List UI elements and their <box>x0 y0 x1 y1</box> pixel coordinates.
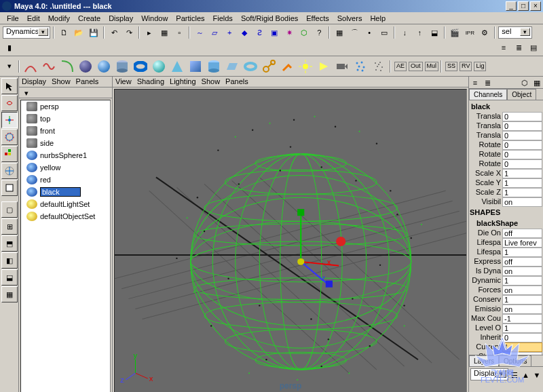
channel-value[interactable]: off <box>502 257 542 267</box>
quicktab-rv[interactable]: RV <box>460 62 472 71</box>
last-tool[interactable] <box>1 180 18 196</box>
mask-dyn-icon[interactable]: ✷ <box>282 26 296 39</box>
shelf-sphere-blue[interactable] <box>95 58 113 75</box>
mask-poly-icon[interactable]: + <box>223 26 236 39</box>
view-menu-panels[interactable]: Panels <box>225 77 248 86</box>
channel-value[interactable]: on <box>502 267 542 276</box>
layout-custom[interactable]: ▦ <box>1 286 18 302</box>
shelf-ik[interactable] <box>278 58 296 75</box>
channel-row[interactable]: Level O1 <box>470 324 542 333</box>
channel-row[interactable]: Die Onoff <box>470 229 542 238</box>
shelf-tab-icon[interactable]: ▾ <box>3 60 16 73</box>
menu-modify[interactable]: Modify <box>44 14 74 22</box>
channel-row[interactable]: Emissioon <box>470 305 542 314</box>
quicktab-ss[interactable]: SS <box>445 62 457 71</box>
shelf-cylinder[interactable] <box>113 58 131 75</box>
mask-plane-icon[interactable]: ◆ <box>238 26 251 39</box>
mask-render-icon[interactable]: ⬡ <box>297 26 311 39</box>
shelf-sphere-dark[interactable] <box>77 58 94 75</box>
shelf-emitter-1[interactable] <box>352 58 369 75</box>
menu-file[interactable]: File <box>3 14 23 22</box>
menu-edit[interactable]: Edit <box>23 14 44 22</box>
mask-curve-icon[interactable]: ～ <box>193 26 206 39</box>
ch-btn-1[interactable]: ≡ <box>470 77 481 88</box>
layout-four[interactable]: ⊞ <box>1 218 18 235</box>
channel-row[interactable]: Scale Z1 <box>470 188 542 197</box>
channel-row[interactable]: Scale X1 <box>470 169 542 178</box>
channel-value[interactable]: 1 <box>502 178 542 188</box>
channel-value[interactable]: on <box>502 197 542 207</box>
ipr-icon[interactable]: IPR <box>463 26 476 39</box>
channel-value[interactable]: 0 <box>502 121 542 131</box>
layout-two-v[interactable]: ◧ <box>1 252 18 269</box>
mask-misc-icon[interactable]: ? <box>312 26 326 39</box>
maximize-button[interactable]: □ <box>518 1 529 11</box>
channel-value[interactable]: 0 <box>502 159 542 169</box>
new-scene-icon[interactable]: 🗋 <box>57 26 71 39</box>
channel-value[interactable]: 0 <box>502 131 542 140</box>
snap-curve-icon[interactable]: ⌒ <box>348 26 361 39</box>
outliner-item-front[interactable]: front <box>21 125 110 137</box>
shelf-camera[interactable] <box>333 58 351 75</box>
mask-deform-icon[interactable]: Ƨ <box>252 26 266 39</box>
close-button[interactable]: × <box>530 1 541 11</box>
tab-channels[interactable]: Channels <box>469 89 507 100</box>
channel-row[interactable]: Rotate 0 <box>470 150 542 159</box>
channel-row[interactable]: Transla0 <box>470 121 542 131</box>
outliner-item-nurbsSphere1[interactable]: nurbsSphere1 <box>21 149 110 161</box>
open-scene-icon[interactable]: 📂 <box>72 26 86 39</box>
outliner-filter-icon[interactable]: ▾ <box>22 88 31 98</box>
scale-tool[interactable] <box>1 146 18 162</box>
outliner-item-defaultLightSet[interactable]: defaultLightSet <box>21 198 110 210</box>
outliner-menu-show[interactable]: Show <box>52 77 71 86</box>
outliner-item-top[interactable]: top <box>21 113 110 125</box>
channel-value[interactable]: 1 <box>502 248 542 257</box>
layout-single[interactable]: ▢ <box>1 201 18 218</box>
channel-row[interactable]: Lifespa1 <box>470 248 542 257</box>
shelf-cone[interactable] <box>168 58 186 75</box>
shelf-joint[interactable] <box>260 58 278 75</box>
outliner-tree[interactable]: persptopfrontsidenurbsSphere1yellowredde… <box>20 100 111 392</box>
view-menu-shading[interactable]: Shading <box>137 77 164 86</box>
view-menu-view[interactable]: View <box>115 77 132 86</box>
menu-window[interactable]: Window <box>137 14 172 22</box>
channel-value[interactable]: 1 <box>502 324 542 333</box>
shelf-emitter-2[interactable] <box>370 58 388 75</box>
menu-create[interactable]: Create <box>74 14 105 22</box>
construction-icon[interactable]: ⬓ <box>428 26 441 39</box>
select-obj-icon[interactable]: ▦ <box>157 26 171 39</box>
channel-value[interactable]: -1 <box>502 314 542 324</box>
history-out-icon[interactable]: ↑ <box>413 26 426 39</box>
channel-row[interactable]: Transla0 <box>470 112 542 121</box>
render-icon[interactable]: 🎬 <box>448 26 462 39</box>
shelf-light-point[interactable] <box>297 58 314 75</box>
channel-list[interactable]: blackTransla0Transla0Transla0Rotate 0Rot… <box>469 100 543 355</box>
outliner-item-red[interactable]: red <box>21 174 110 186</box>
channel-value[interactable]: 1 <box>502 295 542 305</box>
channel-row[interactable]: Scale Y1 <box>470 178 542 188</box>
mode-dropdown[interactable]: Dynamics <box>3 26 50 39</box>
channel-row[interactable]: Forces on <box>470 286 542 295</box>
shelf-light-spot[interactable] <box>315 58 333 75</box>
channel-row[interactable]: Expressoff <box>470 257 542 267</box>
channel-value[interactable]: 0 <box>502 333 542 342</box>
quicktab-out[interactable]: Out <box>409 62 423 71</box>
menu-solvers[interactable]: Solvers <box>333 14 367 22</box>
channel-row[interactable]: Inherit0 <box>470 333 542 342</box>
quick-input-icon[interactable]: ▮ <box>3 41 16 54</box>
outliner-item-persp[interactable]: persp <box>21 100 110 113</box>
channel-value[interactable]: 1 <box>502 276 542 286</box>
menu-softrigid[interactable]: Soft/Rigid Bodies <box>237 14 302 22</box>
undo-icon[interactable]: ↶ <box>107 26 121 39</box>
quick-select-dropdown[interactable]: sel <box>498 26 532 39</box>
rotate-tool[interactable] <box>1 129 18 145</box>
outliner-item-side[interactable]: side <box>21 137 110 149</box>
snap-point-icon[interactable]: • <box>362 26 376 39</box>
channel-row[interactable]: Dynamic1 <box>470 276 542 286</box>
menu-help[interactable]: Help <box>366 14 390 22</box>
snap-grid-icon[interactable]: ▦ <box>333 26 346 39</box>
channel-row[interactable]: Rotate 0 <box>470 140 542 150</box>
snap-plane-icon[interactable]: ▭ <box>377 26 391 39</box>
outliner-item-yellow[interactable]: yellow <box>21 161 110 174</box>
tab-options[interactable]: Options <box>499 355 531 366</box>
